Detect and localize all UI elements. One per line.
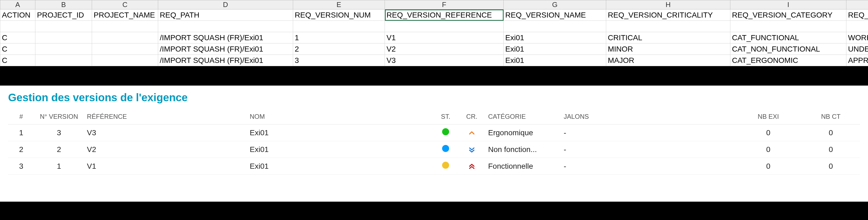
blank-row <box>0 21 868 32</box>
column-header-A[interactable]: A <box>0 0 35 9</box>
cell-reference: V1 <box>84 158 246 175</box>
cell-D2[interactable] <box>158 21 293 32</box>
cell-I3[interactable]: CAT_FUNCTIONAL <box>730 32 846 43</box>
cell-A4[interactable]: C <box>0 43 35 55</box>
col-nversion[interactable]: N° VERSION <box>34 109 84 124</box>
column-header-D[interactable]: D <box>158 0 293 9</box>
cell-H5[interactable]: MAJOR <box>606 55 730 66</box>
column-header-F[interactable]: F <box>385 0 504 9</box>
version-row[interactable]: 13V3Exi01Ergonomique-00 <box>8 124 860 141</box>
cell-F5[interactable]: V3 <box>385 55 504 66</box>
cell-reference: V2 <box>84 141 246 158</box>
col-index[interactable]: # <box>8 109 34 124</box>
spreadsheet-table: ABCDEFGHIJ ACTIONPROJECT_IDPROJECT_NAMER… <box>0 0 868 66</box>
column-header-E[interactable]: E <box>293 0 385 9</box>
spreadsheet[interactable]: ABCDEFGHIJ ACTIONPROJECT_IDPROJECT_NAMER… <box>0 0 868 66</box>
cell-B3[interactable] <box>35 32 92 43</box>
cell-criticality <box>459 158 485 175</box>
version-row[interactable]: 22V2Exi01Non fonction...-00 <box>8 141 860 158</box>
column-header-C[interactable]: C <box>92 0 158 9</box>
cell-F2[interactable] <box>385 21 504 32</box>
cell-status <box>433 141 459 158</box>
cell-E1[interactable]: REQ_VERSION_NUM <box>293 9 385 21</box>
cell-B4[interactable] <box>35 43 92 55</box>
cell-I5[interactable]: CAT_ERGONOMIC <box>730 55 846 66</box>
cell-E4[interactable]: 2 <box>293 43 385 55</box>
column-header-I[interactable]: I <box>730 0 846 9</box>
cell-nversion: 3 <box>34 124 84 141</box>
cell-B5[interactable] <box>35 55 92 66</box>
cell-nbexi: 0 <box>735 141 802 158</box>
status-dot-icon <box>442 145 449 152</box>
column-header-G[interactable]: G <box>504 0 606 9</box>
col-status[interactable]: ST. <box>433 109 459 124</box>
cell-I1[interactable]: REQ_VERSION_CATEGORY <box>730 9 846 21</box>
cell-E5[interactable]: 3 <box>293 55 385 66</box>
column-letter-row: ABCDEFGHIJ <box>0 0 868 9</box>
cell-criticality <box>459 124 485 141</box>
cell-A2[interactable] <box>0 21 35 32</box>
col-reference[interactable]: RÉFÉRENCE <box>84 109 246 124</box>
cell-E2[interactable] <box>293 21 385 32</box>
cell-J1[interactable]: REQ_VERSION_STATUS <box>846 9 868 21</box>
separator-bar <box>0 66 868 86</box>
chevron-up-icon <box>468 128 475 137</box>
cell-G2[interactable] <box>504 21 606 32</box>
cell-H1[interactable]: REQ_VERSION_CRITICALITY <box>606 9 730 21</box>
cell-nbct: 0 <box>802 141 860 158</box>
col-nbct[interactable]: NB CT <box>802 109 860 124</box>
cell-nom: Exi01 <box>246 141 432 158</box>
status-dot-icon <box>442 162 449 169</box>
cell-J4[interactable]: UNDER_REVIEW <box>846 43 868 55</box>
col-jalons[interactable]: JALONS <box>561 109 735 124</box>
cell-nom: Exi01 <box>246 158 432 175</box>
cell-B2[interactable] <box>35 21 92 32</box>
cell-G3[interactable]: Exi01 <box>504 32 606 43</box>
cell-jalons: - <box>561 124 735 141</box>
cell-J3[interactable]: WORK_IN_PROGRESS <box>846 32 868 43</box>
column-header-B[interactable]: B <box>35 0 92 9</box>
cell-F4[interactable]: V2 <box>385 43 504 55</box>
cell-A1[interactable]: ACTION <box>0 9 35 21</box>
cell-D5[interactable]: /IMPORT SQUASH (FR)/Exi01 <box>158 55 293 66</box>
cell-E3[interactable]: 1 <box>293 32 385 43</box>
cell-nbexi: 0 <box>735 158 802 175</box>
cell-J2[interactable] <box>846 21 868 32</box>
cell-C4[interactable] <box>92 43 158 55</box>
col-nbexi[interactable]: NB EXI <box>735 109 802 124</box>
col-category[interactable]: CATÉGORIE <box>485 109 560 124</box>
cell-H3[interactable]: CRITICAL <box>606 32 730 43</box>
column-header-J[interactable]: J <box>846 0 868 9</box>
col-nom[interactable]: NOM <box>246 109 432 124</box>
cell-C3[interactable] <box>92 32 158 43</box>
requirement-versions-panel: Gestion des versions de l'exigence # N° … <box>0 86 868 202</box>
column-header-H[interactable]: H <box>606 0 730 9</box>
cell-C1[interactable]: PROJECT_NAME <box>92 9 158 21</box>
cell-G4[interactable]: Exi01 <box>504 43 606 55</box>
panel-title: Gestion des versions de l'exigence <box>8 92 860 104</box>
version-row[interactable]: 31V1Exi01Fonctionnelle-00 <box>8 158 860 175</box>
cell-I2[interactable] <box>730 21 846 32</box>
cell-C5[interactable] <box>92 55 158 66</box>
cell-nom: Exi01 <box>246 124 432 141</box>
cell-D1[interactable]: REQ_PATH <box>158 9 293 21</box>
cell-D3[interactable]: /IMPORT SQUASH (FR)/Exi01 <box>158 32 293 43</box>
cell-A5[interactable]: C <box>0 55 35 66</box>
cell-H4[interactable]: MINOR <box>606 43 730 55</box>
cell-status <box>433 124 459 141</box>
cell-I4[interactable]: CAT_NON_FUNCTIONAL <box>730 43 846 55</box>
cell-F3[interactable]: V1 <box>385 32 504 43</box>
cell-nbct: 0 <box>802 124 860 141</box>
cell-D4[interactable]: /IMPORT SQUASH (FR)/Exi01 <box>158 43 293 55</box>
cell-nbexi: 0 <box>735 124 802 141</box>
cell-G5[interactable]: Exi01 <box>504 55 606 66</box>
cell-C2[interactable] <box>92 21 158 32</box>
cell-F1[interactable]: REQ_VERSION_REFERENCE <box>385 9 504 21</box>
cell-A3[interactable]: C <box>0 32 35 43</box>
col-criticality[interactable]: CR. <box>459 109 485 124</box>
cell-H2[interactable] <box>606 21 730 32</box>
cell-index: 2 <box>8 141 34 158</box>
cell-B1[interactable]: PROJECT_ID <box>35 9 92 21</box>
cell-J5[interactable]: APPROVED <box>846 55 868 66</box>
cell-G1[interactable]: REQ_VERSION_NAME <box>504 9 606 21</box>
